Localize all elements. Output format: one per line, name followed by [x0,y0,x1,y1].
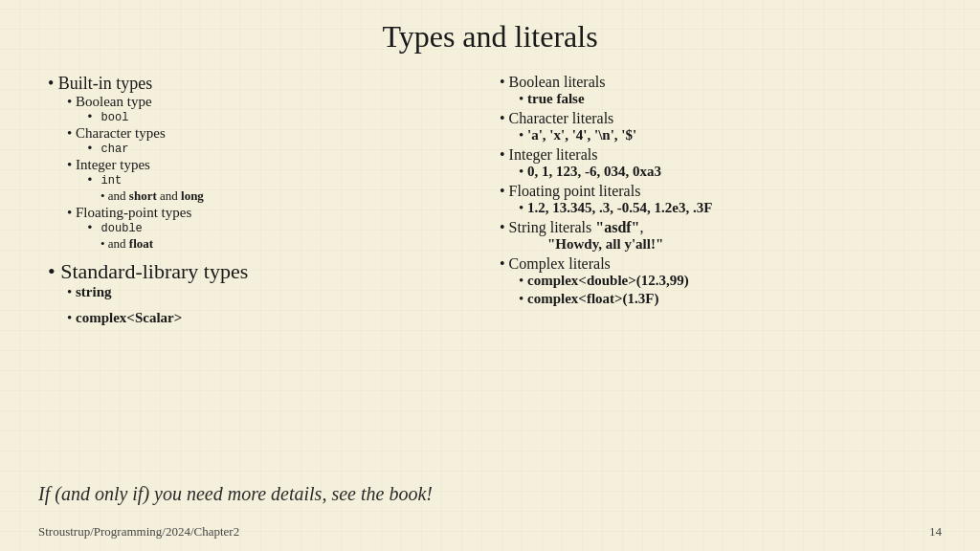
list-item: Integer types int and short and long [48,157,480,204]
list-item: Boolean type bool [48,94,480,124]
boolean-type-label: Boolean type [48,94,152,109]
comma-label: , [639,219,643,235]
floating-point-literals-label: Floating point literals [509,183,641,199]
asdf-label: "asdf" [595,219,639,235]
int-code: int [101,174,122,187]
built-in-types-label: Built-in types [48,74,152,93]
footer-left: Stroustrup/Programming/2024/Chapter2 [38,524,239,540]
slide: Types and literals Built-in types Boolea… [0,0,980,551]
char-code: char [101,143,129,156]
left-column: Built-in types Boolean type bool Charact… [48,74,480,328]
list-item: 0, 1, 123, -6, 034, 0xa3 [500,164,932,180]
list-item: Complex literals complex<double>(12.3,99… [500,255,932,307]
true-false-label: true false [527,91,585,106]
slide-title: Types and literals [38,19,942,55]
list-item: 1.2, 13.345, .3, -0.54, 1.2e3, .3F [500,200,932,216]
list-item: Character types char [48,125,480,156]
list-item: Floating-point types double and float [48,205,480,252]
string-label: string [76,284,112,299]
float-literals-values: 1.2, 13.345, .3, -0.54, 1.2e3, .3F [527,200,712,215]
integer-types-label: Integer types [48,157,150,172]
list-item: Integer literals 0, 1, 123, -6, 034, 0xa… [500,146,932,180]
complex-literals-label: Complex literals [509,255,611,272]
list-item: double [48,221,480,235]
howdy-label: "Howdy, all y'all!" [547,236,663,252]
list-item: "Howdy, all y'all!" [500,236,932,253]
list-item: Character literals 'a', 'x', '4', '\n', … [500,110,932,143]
right-column: Boolean literals true false Character li… [500,74,932,328]
complex-double-label: complex<double>(12.3,99) [527,273,689,288]
and3-label: and [108,236,129,251]
slide-footer: Stroustrup/Programming/2024/Chapter2 14 [0,524,980,540]
string-literals-label: String literals [509,219,596,235]
complex-scalar-label: complex<Scalar> [76,310,182,325]
complex-float-label: complex<float>(1.3F) [527,291,658,306]
list-item: Floating point literals 1.2, 13.345, .3,… [500,183,932,216]
list-item: string [48,284,480,300]
list-item: Built-in types Boolean type bool Charact… [48,74,480,252]
list-item: bool [48,110,480,124]
list-item: complex<Scalar> [48,310,480,326]
standard-library-types-label: Standard-library types [48,259,248,283]
list-item: and float [48,236,480,252]
float-label: float [129,236,153,251]
character-literals-label: Character literals [509,110,614,126]
bool-code: bool [101,111,129,124]
list-item: and short and long [48,188,480,204]
list-item: Boolean literals true false [500,74,932,107]
list-item: Standard-library types string complex<Sc… [48,259,480,326]
integer-literals-label: Integer literals [509,146,598,163]
list-item: int [48,173,480,187]
and-label: and [108,188,129,203]
int-literals-values: 0, 1, 123, -6, 034, 0xa3 [527,164,661,179]
double-code: double [101,222,143,235]
list-item: true false [500,91,932,107]
and2-label: and [157,188,181,203]
list-item: 'a', 'x', '4', '\n', '$' [500,127,932,143]
list-item: complex<float>(1.3F) [500,291,932,307]
long-label: long [181,188,204,203]
footer-right: 14 [929,524,942,540]
list-item: char [48,142,480,156]
floating-point-types-label: Floating-point types [48,205,191,220]
footer-note: If (and only if) you need more details, … [38,483,433,505]
list-item: String literals "asdf", "Howdy, all y'al… [500,219,932,253]
char-literals-values: 'a', 'x', '4', '\n', '$' [527,127,636,143]
list-item: complex<double>(12.3,99) [500,273,932,289]
short-label: short [129,188,157,203]
boolean-literals-label: Boolean literals [509,74,606,90]
content-area: Built-in types Boolean type bool Charact… [38,74,942,328]
character-types-label: Character types [48,125,166,141]
